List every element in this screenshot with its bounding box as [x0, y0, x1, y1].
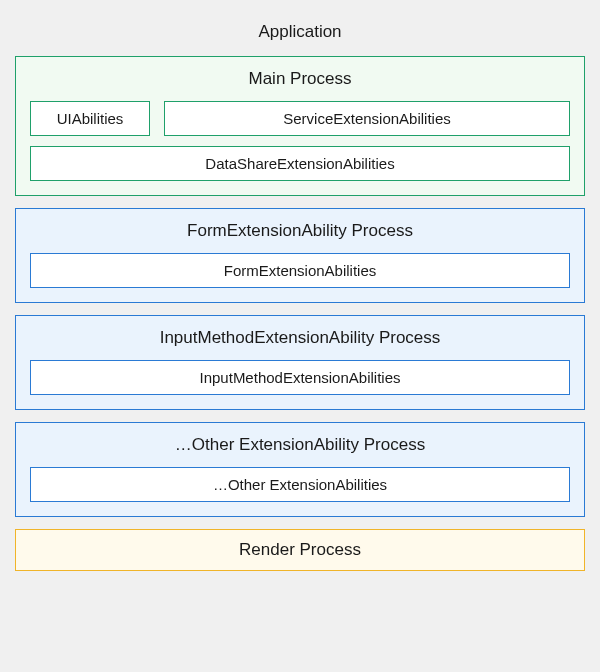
- main-process-title: Main Process: [30, 69, 570, 89]
- form-extension-abilities-box: FormExtensionAbilities: [30, 253, 570, 288]
- other-extension-process-box: …Other ExtensionAbility Process …Other E…: [15, 422, 585, 517]
- form-extension-process-box: FormExtensionAbility Process FormExtensi…: [15, 208, 585, 303]
- render-process-box: Render Process: [15, 529, 585, 571]
- other-extension-process-title: …Other ExtensionAbility Process: [30, 435, 570, 455]
- main-process-box: Main Process UIAbilities ServiceExtensio…: [15, 56, 585, 196]
- other-extension-abilities-box: …Other ExtensionAbilities: [30, 467, 570, 502]
- application-title: Application: [15, 22, 585, 42]
- inputmethod-extension-process-title: InputMethodExtensionAbility Process: [30, 328, 570, 348]
- form-extension-process-title: FormExtensionAbility Process: [30, 221, 570, 241]
- service-extension-abilities-box: ServiceExtensionAbilities: [164, 101, 570, 136]
- render-process-title: Render Process: [30, 540, 570, 560]
- inputmethod-extension-abilities-box: InputMethodExtensionAbilities: [30, 360, 570, 395]
- ui-abilities-box: UIAbilities: [30, 101, 150, 136]
- inputmethod-extension-process-box: InputMethodExtensionAbility Process Inpu…: [15, 315, 585, 410]
- datashare-extension-abilities-box: DataShareExtensionAbilities: [30, 146, 570, 181]
- main-process-row1: UIAbilities ServiceExtensionAbilities: [30, 101, 570, 136]
